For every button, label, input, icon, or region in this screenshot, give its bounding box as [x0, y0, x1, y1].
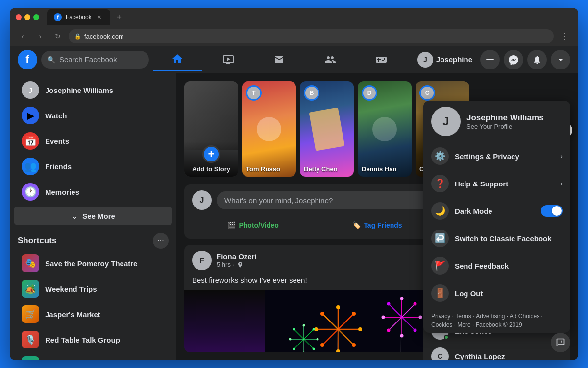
events-icon: 📅: [22, 132, 39, 150]
shortcut-weekend[interactable]: 🏕️ Weekend Trips: [14, 276, 172, 301]
add-story-label: Add to Story: [188, 165, 234, 173]
shortcut-redtable-label: Red Table Talk Group: [45, 336, 120, 344]
dropdown-help[interactable]: ❓ Help & Support ›: [423, 170, 570, 197]
dropdown-help-label: Help & Support: [455, 180, 554, 188]
dropdown-profile[interactable]: J Josephine Williams See Your Profile: [423, 101, 570, 142]
sidebar-item-memories[interactable]: 🕐 Memories: [14, 179, 172, 205]
browser-more-button[interactable]: ⋮: [558, 31, 572, 42]
sidebar-item-events[interactable]: 📅 Events: [14, 128, 172, 154]
post-time-text: 5 hrs: [217, 261, 231, 268]
post-time-dot: ·: [233, 261, 235, 268]
svg-point-80: [317, 338, 319, 341]
add-story-button[interactable]: +: [202, 145, 220, 163]
story-betty[interactable]: B Betty Chen: [300, 81, 354, 177]
shortcut-pomeroy[interactable]: 🎭 Save the Pomeroy Theatre: [14, 251, 172, 276]
dropdown-classic-label: Switch to Classic Facebook: [455, 234, 563, 243]
watch-icon: ▶: [22, 107, 39, 124]
shortcut-jaspers[interactable]: 🛒 Jasper's Market: [14, 301, 172, 327]
new-chat-button[interactable]: [551, 333, 570, 352]
user-avatar-small: J: [417, 52, 433, 68]
sidebar-see-more-1[interactable]: ⌄ See More: [14, 207, 172, 225]
svg-point-78: [303, 324, 305, 327]
settings-icon: ⚙️: [431, 147, 449, 165]
story-betty-avatar: B: [304, 85, 319, 101]
shortcut-hiking[interactable]: 🥾 Best Hidden Hiking Trails: [14, 352, 172, 360]
sidebar-events-label: Events: [45, 137, 69, 145]
shortcuts-title: Shortcuts: [18, 236, 56, 246]
browser-titlebar: f Facebook ✕ +: [10, 8, 578, 26]
toggle-knob: [552, 206, 562, 216]
svg-point-79: [313, 328, 315, 331]
close-button[interactable]: [16, 14, 22, 20]
shortcut-jaspers-label: Jasper's Market: [45, 310, 100, 319]
story-betty-name: Betty Chen: [304, 165, 338, 173]
nav-marketplace[interactable]: [255, 48, 304, 71]
logout-icon: 🚪: [431, 284, 449, 302]
nav-notifications-button[interactable]: [527, 50, 547, 69]
traffic-lights: [16, 14, 39, 20]
svg-point-49: [414, 329, 417, 332]
svg-point-32: [358, 327, 362, 331]
contact-cynthia[interactable]: C Cynthia Lopez: [423, 344, 570, 360]
story-tom[interactable]: T Tom Russo: [242, 81, 296, 177]
help-chevron-icon: ›: [560, 180, 563, 187]
dropdown-darkmode[interactable]: 🌙 Dark Mode: [423, 197, 570, 225]
sidebar-item-user[interactable]: J Josephine Williams: [14, 77, 172, 103]
memories-icon: 🕐: [22, 183, 39, 201]
search-input[interactable]: Search Facebook: [59, 55, 117, 64]
dropdown-feedback-label: Send Feedback: [455, 262, 563, 270]
tag-icon: 🏷️: [352, 221, 361, 229]
svg-point-30: [336, 305, 340, 309]
nav-dropdown-button[interactable]: [551, 50, 570, 69]
composer-photo-button[interactable]: 🎬 Photo/Video: [192, 217, 314, 233]
dark-mode-toggle[interactable]: [541, 205, 563, 217]
add-story-card[interactable]: + Add to Story: [184, 81, 238, 177]
nav-home[interactable]: [153, 48, 202, 71]
tab-close-button[interactable]: ✕: [96, 13, 103, 21]
story-tom-avatar: T: [246, 85, 262, 101]
feedback-icon: 🚩: [431, 257, 449, 275]
nav-messenger-button[interactable]: [504, 50, 523, 69]
contact-eric-online: [444, 335, 449, 340]
friends-icon: 👥: [22, 158, 39, 175]
browser-tab-facebook[interactable]: f Facebook ✕: [47, 9, 110, 25]
story-dennis[interactable]: D Dennis Han: [358, 81, 412, 177]
minimize-button[interactable]: [24, 14, 30, 20]
composer-photo-label: Photo/Video: [239, 221, 278, 229]
search-box[interactable]: 🔍 Search Facebook: [41, 51, 149, 69]
maximize-button[interactable]: [33, 14, 39, 20]
dropdown-feedback[interactable]: 🚩 Send Feedback: [423, 252, 570, 279]
dropdown-classic[interactable]: ↩️ Switch to Classic Facebook: [423, 225, 570, 252]
shortcut-redtable[interactable]: 🎙️ Red Table Talk Group: [14, 327, 172, 352]
dropdown-settings[interactable]: ⚙️ Settings & Privacy ›: [423, 142, 570, 170]
sidebar-item-watch[interactable]: ▶ Watch: [14, 103, 172, 128]
nav-gaming[interactable]: [357, 48, 406, 71]
refresh-button[interactable]: ↻: [51, 29, 65, 43]
dropdown-see-profile: See Your Profile: [466, 123, 544, 130]
nav-user-name: Josephine: [436, 55, 472, 64]
svg-point-51: [387, 329, 391, 332]
sidebar-see-more-1-label: See More: [82, 212, 115, 220]
nav-groups[interactable]: [306, 48, 355, 71]
darkmode-icon: 🌙: [431, 202, 449, 220]
facebook-logo[interactable]: f: [18, 50, 37, 69]
address-bar[interactable]: 🔒 facebook.com: [69, 29, 554, 43]
nav-user-profile[interactable]: J Josephine: [414, 50, 476, 69]
svg-point-53: [387, 302, 391, 306]
nav-watch[interactable]: [204, 48, 253, 71]
dropdown-logout[interactable]: 🚪 Log Out: [423, 279, 570, 307]
shortcuts-more-button[interactable]: ···: [153, 233, 169, 249]
forward-button[interactable]: ›: [33, 29, 47, 43]
story-cynthia-avatar: C: [419, 85, 435, 101]
nav-plus-button[interactable]: [480, 50, 500, 69]
add-story-photo: [184, 81, 238, 150]
svg-point-52: [382, 316, 385, 319]
settings-chevron-icon: ›: [560, 152, 563, 160]
composer-tag-button[interactable]: 🏷️ Tag Friends: [316, 217, 438, 233]
svg-point-85: [293, 328, 295, 331]
back-button[interactable]: ‹: [16, 29, 29, 43]
svg-point-37: [320, 312, 324, 316]
sidebar-item-friends[interactable]: 👥 Friends: [14, 154, 172, 179]
svg-point-31: [352, 312, 356, 316]
new-tab-button[interactable]: +: [112, 10, 126, 24]
